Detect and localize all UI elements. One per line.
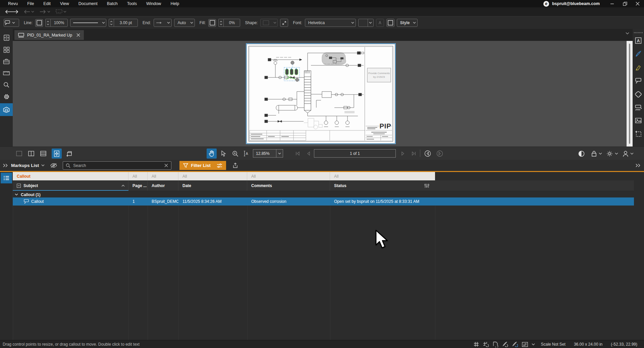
font-color-button[interactable]: A [376,19,384,27]
split-vertical-button[interactable] [26,149,36,159]
line-style-dropdown[interactable] [70,19,106,27]
tool-cloud[interactable] [633,89,644,100]
column-header-author[interactable]: Author [148,180,178,191]
end-size-dropdown[interactable]: Auto [174,19,195,27]
sidebar-item-tool-chest[interactable] [0,55,13,67]
document-canvas[interactable]: Provide Comments by 2/15/23 [13,41,627,147]
profiles-dropdown-button[interactable] [629,149,635,159]
chevron-down-icon[interactable] [15,193,18,196]
menu-batch[interactable]: Batch [102,0,122,7]
column-header-subject[interactable]: Subject [13,180,128,191]
grid-toggle-button[interactable] [473,341,480,348]
cell-status[interactable]: Open set by bspruit on 11/5/2025 at 8:33… [330,197,634,206]
page-indicator-box[interactable]: 1 of 1 [314,149,396,158]
zoom-level-value[interactable]: 12.85% [253,151,276,156]
menu-view[interactable]: View [55,0,74,7]
fit-page-button[interactable] [52,149,62,159]
snap-hatch-button[interactable] [512,341,519,348]
menu-window[interactable]: Window [142,0,166,7]
first-page-button[interactable] [292,149,303,159]
menu-help[interactable]: Help [166,0,184,7]
line-end-dropdown[interactable] [154,19,172,27]
tab-list-button[interactable] [626,32,629,35]
text-box-color-button[interactable] [386,19,394,27]
spinner-arrows-icon[interactable] [109,19,114,27]
resize-markup-button[interactable] [5,10,18,14]
dark-mode-button[interactable] [576,149,586,159]
line-color-swatch[interactable] [35,19,43,27]
font-dropdown[interactable]: Helvetica [305,19,356,27]
filter-list-button[interactable]: Filter List [179,161,226,170]
pan-tool-button[interactable] [207,149,217,159]
hide-markups-button[interactable] [50,163,57,168]
style-dropdown[interactable]: Style [397,19,418,27]
line-opacity-value[interactable]: 100% [51,20,67,25]
spinner-arrows-icon[interactable] [45,19,50,27]
filter-author[interactable]: All [148,172,178,180]
comment-note-markup[interactable]: Provide Comments by 2/15/23 [367,68,391,82]
scrollbar-thumb[interactable] [629,44,630,144]
snap-to-markup-button[interactable] [502,341,509,348]
cell-author[interactable]: BSpruit_DEMO [148,197,178,206]
menu-tools[interactable]: Tools [122,0,142,7]
next-page-button[interactable] [398,149,408,159]
pdf-page[interactable]: Provide Comments by 2/15/23 [247,44,395,143]
tool-callout-dimension[interactable] [633,102,644,113]
scale-dropdown-button[interactable] [531,341,535,348]
markups-list-view-button[interactable] [1,173,12,183]
fill-opacity-stepper[interactable]: 0% [218,19,240,27]
zoom-dropdown-button[interactable] [276,150,283,157]
cell-subject[interactable]: Callout [13,197,128,206]
sidebar-item-settings[interactable] [0,91,13,103]
column-settings-icon[interactable] [424,183,429,188]
fill-opacity-value[interactable]: 0% [224,20,240,25]
select-tool-button[interactable] [219,149,229,159]
brightness-dropdown-button[interactable] [614,149,619,159]
brightness-button[interactable] [604,149,614,159]
snap-to-content-button[interactable] [492,341,499,348]
canvas-vertical-scrollbar[interactable] [627,41,633,147]
line-opacity-stepper[interactable]: 100% [45,19,68,27]
cell-page[interactable]: 1 [128,197,148,206]
column-header-page[interactable]: Page ... [128,180,148,191]
markup-row-selected[interactable]: Callout 1 BSpruit_DEMO 11/5/2025 8:34:26… [13,197,634,206]
column-header-date[interactable]: Date [178,180,247,191]
markup-group-row[interactable]: Callout (1) [13,192,634,197]
split-horizontal-button[interactable] [38,149,48,159]
account-label[interactable]: bspruit@bluebeam.com [552,1,600,6]
select-text-button[interactable]: A [241,149,251,159]
tool-pen[interactable] [633,48,644,60]
filter-page[interactable]: All [128,172,148,180]
cell-comments[interactable]: Observed corrosion [247,197,330,206]
filter-status[interactable]: All [330,172,435,180]
minimize-button[interactable] [606,0,619,7]
sidebar-item-measurements[interactable] [0,67,13,79]
line-width-stepper[interactable]: 3.00 pt [109,19,138,27]
sidebar-item-studio[interactable] [0,103,13,116]
tool-callout[interactable] [633,75,644,86]
reuse-markup-button[interactable] [522,341,528,348]
tab-close-icon[interactable] [76,33,80,37]
snap-to-grid-button[interactable] [483,341,489,348]
clear-search-icon[interactable] [164,164,168,167]
sidebar-item-file-access[interactable] [0,32,13,44]
callout-tool-button[interactable] [4,19,19,27]
menu-file[interactable]: File [22,0,39,7]
previous-view-button[interactable] [423,149,433,159]
auto-size-button[interactable] [280,19,288,27]
panel-title[interactable]: Markups List [11,163,39,168]
column-header-comments[interactable]: Comments [247,180,330,191]
menu-edit[interactable]: Edit [39,0,55,7]
fill-color-swatch[interactable] [208,19,216,27]
dock-handle-icon[interactable] [634,32,643,33]
shape-dropdown[interactable] [260,19,278,27]
undo-button[interactable] [23,10,34,14]
expand-panel-button[interactable] [3,164,8,167]
tool-text-box[interactable]: A [633,35,644,46]
next-view-button[interactable] [435,149,445,159]
spinner-arrows-icon[interactable] [218,19,223,27]
fit-width-button[interactable] [64,149,74,159]
zoom-level-combobox[interactable]: 12.85% [253,149,283,158]
tool-image[interactable] [633,115,644,126]
sidebar-item-search[interactable] [0,79,13,91]
